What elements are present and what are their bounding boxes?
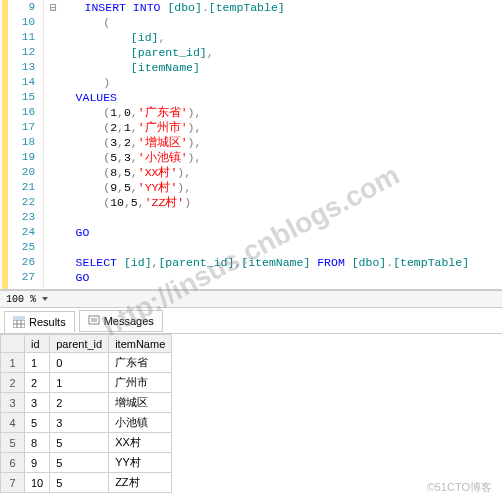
table-row[interactable]: 695YY村 (1, 453, 172, 473)
cell-itemname[interactable]: XX村 (109, 433, 172, 453)
cell-itemname[interactable]: 广州市 (109, 373, 172, 393)
code-line[interactable]: (5,3,'小池镇'), (48, 150, 502, 165)
row-header[interactable]: 3 (1, 393, 25, 413)
code-line[interactable]: ( (48, 15, 502, 30)
table-row[interactable]: 585XX村 (1, 433, 172, 453)
code-line[interactable]: GO (48, 225, 502, 240)
cell-parent-id[interactable]: 0 (50, 353, 109, 373)
code-line[interactable] (48, 210, 502, 225)
column-header[interactable]: id (25, 335, 50, 353)
column-header[interactable]: parent_id (50, 335, 109, 353)
cell-id[interactable]: 3 (25, 393, 50, 413)
code-line[interactable]: ) (48, 75, 502, 90)
code-line[interactable]: ⊟ INSERT INTO [dbo].[tempTable] (48, 0, 502, 15)
zoom-value[interactable]: 100 % (6, 294, 36, 305)
code-line[interactable]: [itemName] (48, 60, 502, 75)
footer-attribution: ©51CTO博客 (427, 480, 492, 495)
results-grid[interactable]: idparent_iditemName110广东省221广州市332增城区453… (0, 334, 502, 493)
chevron-down-icon[interactable] (42, 297, 48, 301)
code-line[interactable] (48, 240, 502, 255)
result-tabs: Results Messages (0, 308, 502, 334)
tab-results-label: Results (29, 316, 66, 328)
svg-rect-5 (13, 316, 25, 320)
cell-parent-id[interactable]: 5 (50, 473, 109, 493)
row-header[interactable]: 4 (1, 413, 25, 433)
code-line[interactable]: GO (48, 270, 502, 285)
code-area[interactable]: ⊟ INSERT INTO [dbo].[tempTable] ( [id], … (44, 0, 502, 289)
cell-id[interactable]: 8 (25, 433, 50, 453)
line-number-gutter: 9101112131415161718192021222324252627 (0, 0, 44, 289)
table-row[interactable]: 7105ZZ村 (1, 473, 172, 493)
column-header[interactable]: itemName (109, 335, 172, 353)
code-line[interactable]: (9,5,'YY村'), (48, 180, 502, 195)
code-line[interactable]: [parent_id], (48, 45, 502, 60)
code-line[interactable]: (3,2,'增城区'), (48, 135, 502, 150)
sql-editor[interactable]: 9101112131415161718192021222324252627 ⊟ … (0, 0, 502, 290)
row-header[interactable]: 6 (1, 453, 25, 473)
cell-id[interactable]: 5 (25, 413, 50, 433)
tab-messages-label: Messages (104, 315, 154, 327)
cell-id[interactable]: 10 (25, 473, 50, 493)
code-line[interactable]: VALUES (48, 90, 502, 105)
table-row[interactable]: 453小池镇 (1, 413, 172, 433)
cell-id[interactable]: 9 (25, 453, 50, 473)
cell-parent-id[interactable]: 3 (50, 413, 109, 433)
row-header[interactable]: 2 (1, 373, 25, 393)
change-marker (2, 0, 8, 289)
cell-parent-id[interactable]: 1 (50, 373, 109, 393)
row-header[interactable]: 1 (1, 353, 25, 373)
tab-messages[interactable]: Messages (79, 310, 163, 332)
cell-id[interactable]: 1 (25, 353, 50, 373)
cell-itemname[interactable]: 广东省 (109, 353, 172, 373)
cell-parent-id[interactable]: 5 (50, 453, 109, 473)
code-line[interactable]: (10,5,'ZZ村') (48, 195, 502, 210)
cell-itemname[interactable]: 小池镇 (109, 413, 172, 433)
cell-parent-id[interactable]: 5 (50, 433, 109, 453)
row-header[interactable]: 7 (1, 473, 25, 493)
cell-itemname[interactable]: 增城区 (109, 393, 172, 413)
svg-rect-6 (89, 316, 99, 324)
cell-parent-id[interactable]: 2 (50, 393, 109, 413)
cell-id[interactable]: 2 (25, 373, 50, 393)
code-line[interactable]: (1,0,'广东省'), (48, 105, 502, 120)
cell-itemname[interactable]: ZZ村 (109, 473, 172, 493)
table-row[interactable]: 110广东省 (1, 353, 172, 373)
cell-itemname[interactable]: YY村 (109, 453, 172, 473)
grid-icon (13, 316, 25, 328)
zoom-bar: 100 % (0, 290, 502, 308)
grid-corner[interactable] (1, 335, 25, 353)
code-line[interactable]: [id], (48, 30, 502, 45)
code-line[interactable]: (8,5,'XX村'), (48, 165, 502, 180)
row-header[interactable]: 5 (1, 433, 25, 453)
tab-results[interactable]: Results (4, 311, 75, 333)
code-line[interactable]: (2,1,'广州市'), (48, 120, 502, 135)
table-row[interactable]: 221广州市 (1, 373, 172, 393)
table-row[interactable]: 332增城区 (1, 393, 172, 413)
fold-icon[interactable]: ⊟ (50, 0, 57, 15)
code-line[interactable]: SELECT [id],[parent_id],[itemName] FROM … (48, 255, 502, 270)
messages-icon (88, 315, 100, 327)
